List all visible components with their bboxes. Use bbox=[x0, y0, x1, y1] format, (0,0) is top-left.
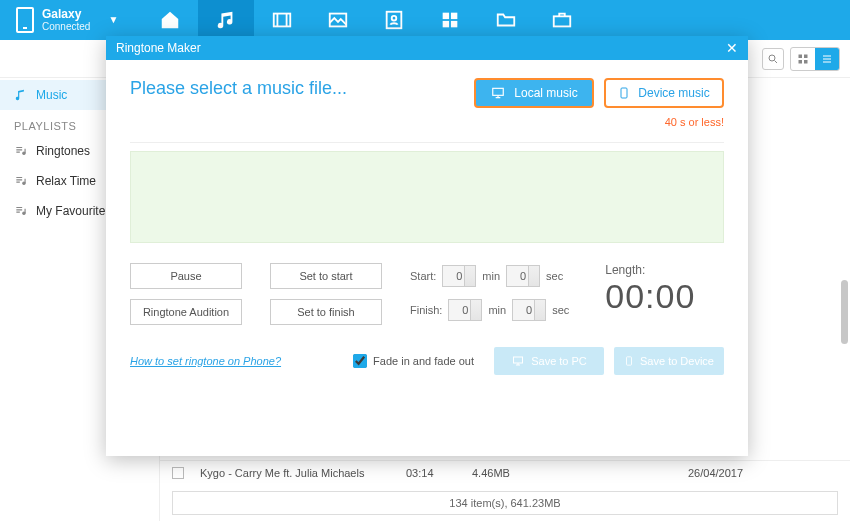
svg-rect-19 bbox=[514, 357, 523, 363]
playlist-icon bbox=[14, 174, 28, 188]
svg-rect-5 bbox=[451, 13, 457, 19]
svg-rect-6 bbox=[443, 21, 449, 27]
svg-rect-0 bbox=[274, 14, 291, 27]
track-duration: 03:14 bbox=[406, 467, 456, 479]
phone-icon bbox=[624, 354, 634, 368]
set-to-finish-button[interactable]: Set to finish bbox=[270, 299, 382, 325]
modal-titlebar: Ringtone Maker ✕ bbox=[106, 36, 748, 60]
sidebar-item-label: Relax Time bbox=[36, 174, 96, 188]
nav-toolbox[interactable] bbox=[534, 0, 590, 40]
modal-body: Local music Device music Please select a… bbox=[106, 60, 748, 387]
controls-row: Pause Ringtone Audition Set to start Set… bbox=[130, 263, 724, 325]
save-pc-label: Save to PC bbox=[531, 355, 587, 367]
nav-video[interactable] bbox=[254, 0, 310, 40]
device-name: Galaxy bbox=[42, 7, 90, 21]
svg-rect-12 bbox=[799, 60, 803, 64]
pause-button[interactable]: Pause bbox=[130, 263, 242, 289]
length-label: Length: bbox=[605, 263, 695, 277]
sec-label: sec bbox=[546, 270, 563, 282]
fade-checkbox-wrap[interactable]: Fade in and fade out bbox=[353, 354, 474, 368]
svg-rect-18 bbox=[621, 88, 627, 98]
sidebar-item-label: Ringtones bbox=[36, 144, 90, 158]
svg-point-3 bbox=[392, 16, 397, 21]
set-to-start-button[interactable]: Set to start bbox=[270, 263, 382, 289]
status-text: 134 item(s), 641.23MB bbox=[449, 497, 560, 509]
music-note-icon bbox=[14, 88, 28, 102]
photo-icon bbox=[327, 9, 349, 31]
top-bar: Galaxy Connected ▼ bbox=[0, 0, 850, 40]
list-view-button[interactable] bbox=[815, 48, 839, 70]
page-scrollbar[interactable] bbox=[841, 280, 848, 344]
local-music-button[interactable]: Local music bbox=[474, 78, 594, 108]
track-size: 4.46MB bbox=[472, 467, 672, 479]
help-link[interactable]: How to set ringtone on Phone? bbox=[130, 355, 281, 367]
modal-title: Ringtone Maker bbox=[116, 41, 201, 55]
svg-point-9 bbox=[769, 55, 775, 61]
track-list: Kygo - Carry Me ft. Julia Michaels 03:14… bbox=[160, 460, 850, 485]
music-icon bbox=[215, 9, 237, 31]
svg-rect-10 bbox=[799, 54, 803, 58]
length-value: 00:00 bbox=[605, 277, 695, 316]
nav-photos[interactable] bbox=[310, 0, 366, 40]
nav-files[interactable] bbox=[478, 0, 534, 40]
finish-sec-input[interactable]: 0 bbox=[512, 299, 546, 321]
playlist-icon bbox=[14, 144, 28, 158]
device-music-button[interactable]: Device music bbox=[604, 78, 724, 108]
folder-icon bbox=[495, 9, 517, 31]
modal-close-button[interactable]: ✕ bbox=[726, 40, 738, 56]
modal-footer: How to set ringtone on Phone? Fade in an… bbox=[130, 347, 724, 375]
view-toggle bbox=[790, 47, 840, 71]
svg-rect-13 bbox=[804, 60, 808, 64]
device-music-label: Device music bbox=[638, 86, 709, 100]
playlist-icon bbox=[14, 204, 28, 218]
monitor-icon bbox=[490, 86, 506, 100]
home-icon bbox=[159, 9, 181, 31]
time-limit-text: 40 s or less! bbox=[130, 116, 724, 128]
finish-min-input[interactable]: 0 bbox=[448, 299, 482, 321]
status-bar: 134 item(s), 641.23MB bbox=[172, 491, 838, 515]
device-block[interactable]: Galaxy Connected ▼ bbox=[0, 7, 142, 33]
nav-apps[interactable] bbox=[422, 0, 478, 40]
ringtone-audition-button[interactable]: Ringtone Audition bbox=[130, 299, 242, 325]
search-button[interactable] bbox=[762, 48, 784, 70]
nav-music[interactable] bbox=[198, 0, 254, 40]
row-checkbox[interactable] bbox=[172, 467, 184, 479]
device-dropdown-caret[interactable]: ▼ bbox=[98, 14, 128, 25]
start-min-input[interactable]: 0 bbox=[442, 265, 476, 287]
top-nav bbox=[142, 0, 590, 40]
save-to-device-button[interactable]: Save to Device bbox=[614, 347, 724, 375]
fade-checkbox[interactable] bbox=[353, 354, 367, 368]
contacts-icon bbox=[383, 9, 405, 31]
min-label: min bbox=[488, 304, 506, 316]
list-icon bbox=[821, 53, 833, 65]
nav-home[interactable] bbox=[142, 0, 198, 40]
svg-rect-17 bbox=[493, 88, 504, 95]
search-icon bbox=[767, 53, 779, 65]
svg-rect-7 bbox=[451, 21, 457, 27]
svg-rect-4 bbox=[443, 13, 449, 19]
table-row[interactable]: Kygo - Carry Me ft. Julia Michaels 03:14… bbox=[160, 460, 850, 485]
video-icon bbox=[271, 9, 293, 31]
local-music-label: Local music bbox=[514, 86, 577, 100]
sidebar-item-label: My Favourite bbox=[36, 204, 105, 218]
svg-rect-20 bbox=[627, 357, 632, 365]
briefcase-icon bbox=[551, 9, 573, 31]
start-label: Start: bbox=[410, 270, 436, 282]
waveform-area[interactable] bbox=[130, 151, 724, 243]
phone-icon bbox=[16, 7, 34, 33]
fade-label: Fade in and fade out bbox=[373, 355, 474, 367]
grid-view-button[interactable] bbox=[791, 48, 815, 70]
nav-contacts[interactable] bbox=[366, 0, 422, 40]
divider bbox=[130, 142, 724, 143]
track-title: Kygo - Carry Me ft. Julia Michaels bbox=[200, 467, 390, 479]
apps-icon bbox=[439, 9, 461, 31]
min-label: min bbox=[482, 270, 500, 282]
track-date: 26/04/2017 bbox=[688, 467, 768, 479]
save-to-pc-button[interactable]: Save to PC bbox=[494, 347, 604, 375]
svg-rect-8 bbox=[554, 16, 571, 26]
save-device-label: Save to Device bbox=[640, 355, 714, 367]
device-status: Connected bbox=[42, 21, 90, 33]
phone-icon bbox=[618, 85, 630, 101]
sec-label: sec bbox=[552, 304, 569, 316]
start-sec-input[interactable]: 0 bbox=[506, 265, 540, 287]
